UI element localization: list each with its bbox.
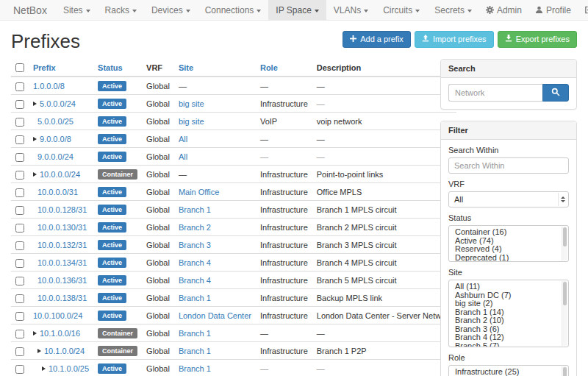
scrollbar-thumb[interactable]	[563, 282, 567, 305]
prefix-link[interactable]: 1.0.0.0/8	[33, 82, 65, 91]
status-listbox[interactable]: Container (16)Active (74)Reserved (4)Dep…	[448, 225, 569, 262]
nav-user-item-log-out[interactable]: Log out	[578, 0, 588, 20]
search-input[interactable]	[448, 84, 542, 102]
nav-item-secrets[interactable]: Secrets	[427, 0, 479, 20]
import-prefixes-button[interactable]: Import prefixes	[415, 31, 494, 48]
option[interactable]: Deprecated (1)	[449, 254, 559, 263]
site-link[interactable]: Branch 3	[179, 241, 211, 249]
row-checkbox[interactable]	[15, 259, 24, 268]
row-checkbox[interactable]	[15, 135, 24, 144]
prefix-link[interactable]: 10.0.0.132/31	[37, 241, 87, 249]
nav-item-circuits[interactable]: Circuits	[376, 0, 427, 20]
filter-field: Role Infrastructure (25)Management (8)Pr…	[448, 353, 569, 376]
row-checkbox[interactable]	[15, 241, 24, 250]
prefix-link[interactable]: 9.0.0.0/8	[40, 135, 71, 143]
role-listbox[interactable]: Infrastructure (25)Management (8)Private…	[448, 365, 569, 376]
option[interactable]: big site (2)	[449, 299, 559, 308]
option[interactable]: Branch 2 (10)	[449, 316, 559, 325]
prefix-link[interactable]: 10.0.0.130/31	[37, 223, 87, 232]
option[interactable]: Reserved (4)	[449, 245, 559, 254]
site-link[interactable]: Branch 1	[179, 347, 211, 355]
sort-link-role[interactable]: Role	[260, 63, 278, 72]
option[interactable]: All (11)	[449, 283, 559, 291]
export-prefixes-button[interactable]: Export prefixes	[498, 31, 577, 48]
column-header-site[interactable]: Site	[174, 59, 256, 77]
row-checkbox[interactable]	[15, 153, 24, 162]
scrollbar[interactable]	[562, 281, 567, 346]
sort-link-status[interactable]: Status	[98, 63, 123, 72]
column-header-role[interactable]: Role	[256, 59, 312, 77]
row-checkbox[interactable]	[15, 100, 24, 109]
option[interactable]: Infrastructure (25)	[449, 368, 559, 376]
prefix-link[interactable]: 10.0.0.134/31	[37, 258, 87, 267]
site-link[interactable]: Branch 1	[179, 294, 211, 302]
site-link[interactable]: Main Office	[179, 188, 219, 196]
row-checkbox[interactable]	[15, 312, 24, 321]
site-link[interactable]: big site	[179, 117, 204, 126]
nav-item-devices[interactable]: Devices	[144, 0, 198, 20]
search-within-input[interactable]	[448, 157, 569, 174]
prefix-link[interactable]: 9.0.0.0/24	[37, 152, 74, 161]
navbar-brand[interactable]: NetBox	[4, 0, 56, 20]
site-link[interactable]: London Data Center	[179, 311, 251, 320]
site-link[interactable]: Branch 4	[179, 276, 211, 285]
prefix-link[interactable]: 10.0.0.138/31	[37, 294, 87, 302]
option[interactable]: Container (16)	[449, 228, 559, 237]
site-link[interactable]: Branch 4	[179, 258, 211, 267]
prefix-link[interactable]: 10.0.0.128/31	[37, 205, 87, 214]
nav-item-connections[interactable]: Connections	[198, 0, 269, 20]
site-link[interactable]: All	[179, 152, 187, 161]
search-button[interactable]	[542, 84, 569, 102]
site-link[interactable]: Branch 1	[179, 205, 211, 214]
vrf-cell: Global	[142, 272, 174, 289]
row-checkbox[interactable]	[15, 330, 24, 338]
column-header-prefix[interactable]: Prefix	[29, 59, 93, 77]
prefix-link[interactable]: 10.1.0.0/16	[40, 329, 80, 338]
prefix-link[interactable]: 5.0.0.0/25	[37, 117, 74, 126]
scrollbar[interactable]	[562, 227, 567, 260]
site-link[interactable]: big site	[179, 99, 204, 108]
prefix-link[interactable]: 10.0.0.0/24	[40, 170, 80, 179]
prefix-link[interactable]: 10.0.100.0/24	[33, 311, 82, 320]
scrollbar[interactable]	[562, 366, 567, 376]
option[interactable]: Branch 4 (12)	[449, 333, 559, 342]
site-link[interactable]: Branch 2	[179, 223, 211, 232]
row-checkbox[interactable]	[15, 224, 24, 233]
role-cell: Infrastructure	[256, 236, 312, 254]
prefix-link[interactable]: 10.1.0.0/25	[49, 364, 89, 373]
site-link[interactable]: Branch 1	[179, 329, 211, 338]
scrollbar-thumb[interactable]	[563, 227, 567, 246]
nav-item-sites[interactable]: Sites	[56, 0, 98, 20]
row-checkbox[interactable]	[15, 365, 24, 374]
table-header-row: PrefixStatusVRFSiteRoleDescription	[11, 59, 456, 77]
site-link[interactable]: All	[179, 135, 187, 143]
site-link[interactable]: Branch 1	[179, 364, 211, 373]
nav-item-vlans[interactable]: VLANs	[326, 0, 376, 20]
prefix-link[interactable]: 10.1.0.0/24	[44, 347, 85, 355]
column-header-status[interactable]: Status	[93, 59, 142, 77]
select-all-checkbox[interactable]	[15, 63, 24, 72]
row-checkbox[interactable]	[15, 118, 24, 127]
option[interactable]: Branch 5 (7)	[449, 342, 559, 348]
sort-link-site[interactable]: Site	[179, 63, 193, 72]
row-checkbox[interactable]	[15, 171, 24, 180]
row-checkbox[interactable]	[15, 294, 24, 303]
prefix-link[interactable]: 5.0.0.0/24	[40, 99, 76, 108]
nav-user-item-profile[interactable]: Profile	[528, 0, 578, 20]
row-checkbox[interactable]	[15, 188, 24, 197]
vrf-select[interactable]: All	[448, 191, 569, 207]
nav-item-ip-space[interactable]: IP Space	[268, 0, 326, 20]
add-a-prefix-button[interactable]: Add a prefix	[343, 31, 411, 48]
nav-user-item-admin[interactable]: Admin	[479, 0, 528, 20]
row-checkbox[interactable]	[15, 347, 24, 356]
table-row: 10.1.0.0/16 Container Global Branch 1 — …	[11, 324, 456, 342]
site-listbox[interactable]: All (11)Ashburn DC (7)big site (2)Branch…	[448, 280, 569, 347]
nav-item-racks[interactable]: Racks	[98, 0, 144, 20]
row-checkbox[interactable]	[15, 277, 24, 285]
prefix-link[interactable]: 10.0.0.136/31	[37, 276, 87, 285]
row-checkbox[interactable]	[15, 206, 24, 215]
sort-link-prefix[interactable]: Prefix	[33, 63, 56, 72]
prefix-link[interactable]: 10.0.0.0/31	[37, 188, 78, 196]
row-checkbox[interactable]	[15, 82, 24, 91]
scrollbar-thumb[interactable]	[563, 367, 567, 376]
